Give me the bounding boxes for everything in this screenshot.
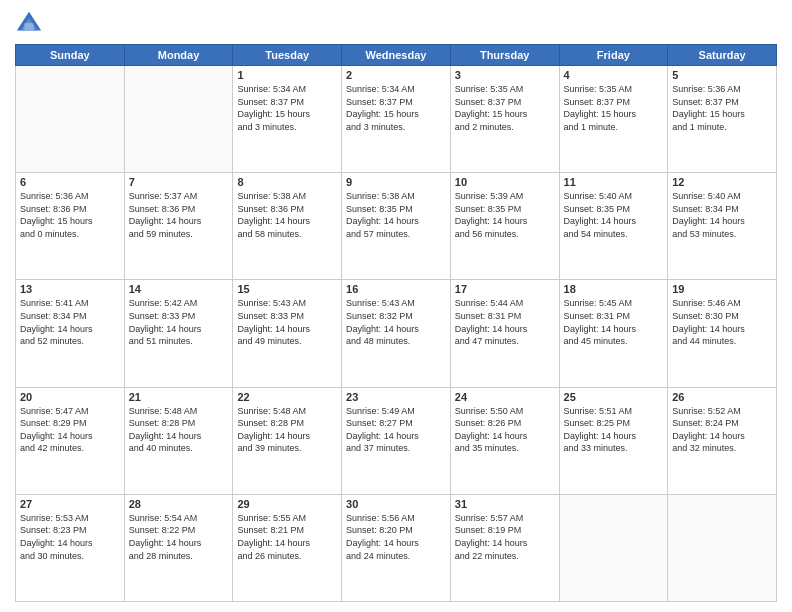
svg-rect-2: [24, 23, 33, 30]
day-info: Sunrise: 5:35 AM Sunset: 8:37 PM Dayligh…: [564, 83, 664, 133]
day-number: 22: [237, 391, 337, 403]
day-number: 18: [564, 283, 664, 295]
day-info: Sunrise: 5:38 AM Sunset: 8:35 PM Dayligh…: [346, 190, 446, 240]
calendar-cell: 29Sunrise: 5:55 AM Sunset: 8:21 PM Dayli…: [233, 494, 342, 601]
weekday-header: Tuesday: [233, 45, 342, 66]
day-info: Sunrise: 5:55 AM Sunset: 8:21 PM Dayligh…: [237, 512, 337, 562]
calendar-cell: 25Sunrise: 5:51 AM Sunset: 8:25 PM Dayli…: [559, 387, 668, 494]
day-info: Sunrise: 5:47 AM Sunset: 8:29 PM Dayligh…: [20, 405, 120, 455]
page: SundayMondayTuesdayWednesdayThursdayFrid…: [0, 0, 792, 612]
calendar-cell: 14Sunrise: 5:42 AM Sunset: 8:33 PM Dayli…: [124, 280, 233, 387]
calendar-cell: [124, 66, 233, 173]
day-number: 11: [564, 176, 664, 188]
calendar-cell: 16Sunrise: 5:43 AM Sunset: 8:32 PM Dayli…: [342, 280, 451, 387]
day-info: Sunrise: 5:44 AM Sunset: 8:31 PM Dayligh…: [455, 297, 555, 347]
day-info: Sunrise: 5:48 AM Sunset: 8:28 PM Dayligh…: [237, 405, 337, 455]
day-number: 17: [455, 283, 555, 295]
weekday-header: Monday: [124, 45, 233, 66]
logo: [15, 10, 47, 38]
calendar-week-row: 13Sunrise: 5:41 AM Sunset: 8:34 PM Dayli…: [16, 280, 777, 387]
day-info: Sunrise: 5:46 AM Sunset: 8:30 PM Dayligh…: [672, 297, 772, 347]
day-info: Sunrise: 5:40 AM Sunset: 8:34 PM Dayligh…: [672, 190, 772, 240]
day-number: 24: [455, 391, 555, 403]
calendar-cell: 2Sunrise: 5:34 AM Sunset: 8:37 PM Daylig…: [342, 66, 451, 173]
day-info: Sunrise: 5:34 AM Sunset: 8:37 PM Dayligh…: [237, 83, 337, 133]
day-info: Sunrise: 5:49 AM Sunset: 8:27 PM Dayligh…: [346, 405, 446, 455]
day-info: Sunrise: 5:39 AM Sunset: 8:35 PM Dayligh…: [455, 190, 555, 240]
calendar-cell: 4Sunrise: 5:35 AM Sunset: 8:37 PM Daylig…: [559, 66, 668, 173]
weekday-header: Saturday: [668, 45, 777, 66]
calendar-week-row: 6Sunrise: 5:36 AM Sunset: 8:36 PM Daylig…: [16, 173, 777, 280]
header: [15, 10, 777, 38]
calendar-week-row: 20Sunrise: 5:47 AM Sunset: 8:29 PM Dayli…: [16, 387, 777, 494]
weekday-header: Wednesday: [342, 45, 451, 66]
calendar-cell: 17Sunrise: 5:44 AM Sunset: 8:31 PM Dayli…: [450, 280, 559, 387]
calendar-cell: 5Sunrise: 5:36 AM Sunset: 8:37 PM Daylig…: [668, 66, 777, 173]
day-info: Sunrise: 5:54 AM Sunset: 8:22 PM Dayligh…: [129, 512, 229, 562]
day-number: 30: [346, 498, 446, 510]
day-number: 31: [455, 498, 555, 510]
calendar-cell: 10Sunrise: 5:39 AM Sunset: 8:35 PM Dayli…: [450, 173, 559, 280]
calendar-cell: 13Sunrise: 5:41 AM Sunset: 8:34 PM Dayli…: [16, 280, 125, 387]
day-info: Sunrise: 5:34 AM Sunset: 8:37 PM Dayligh…: [346, 83, 446, 133]
weekday-header-row: SundayMondayTuesdayWednesdayThursdayFrid…: [16, 45, 777, 66]
calendar-cell: 23Sunrise: 5:49 AM Sunset: 8:27 PM Dayli…: [342, 387, 451, 494]
calendar-cell: [559, 494, 668, 601]
calendar-cell: 15Sunrise: 5:43 AM Sunset: 8:33 PM Dayli…: [233, 280, 342, 387]
day-info: Sunrise: 5:56 AM Sunset: 8:20 PM Dayligh…: [346, 512, 446, 562]
day-number: 4: [564, 69, 664, 81]
day-number: 8: [237, 176, 337, 188]
day-number: 3: [455, 69, 555, 81]
day-number: 15: [237, 283, 337, 295]
day-info: Sunrise: 5:51 AM Sunset: 8:25 PM Dayligh…: [564, 405, 664, 455]
day-info: Sunrise: 5:48 AM Sunset: 8:28 PM Dayligh…: [129, 405, 229, 455]
calendar-cell: 8Sunrise: 5:38 AM Sunset: 8:36 PM Daylig…: [233, 173, 342, 280]
day-info: Sunrise: 5:36 AM Sunset: 8:36 PM Dayligh…: [20, 190, 120, 240]
calendar-cell: 26Sunrise: 5:52 AM Sunset: 8:24 PM Dayli…: [668, 387, 777, 494]
day-number: 16: [346, 283, 446, 295]
day-info: Sunrise: 5:57 AM Sunset: 8:19 PM Dayligh…: [455, 512, 555, 562]
day-number: 2: [346, 69, 446, 81]
calendar-cell: 20Sunrise: 5:47 AM Sunset: 8:29 PM Dayli…: [16, 387, 125, 494]
calendar-cell: 1Sunrise: 5:34 AM Sunset: 8:37 PM Daylig…: [233, 66, 342, 173]
calendar-cell: 7Sunrise: 5:37 AM Sunset: 8:36 PM Daylig…: [124, 173, 233, 280]
calendar-cell: 24Sunrise: 5:50 AM Sunset: 8:26 PM Dayli…: [450, 387, 559, 494]
day-number: 29: [237, 498, 337, 510]
day-info: Sunrise: 5:45 AM Sunset: 8:31 PM Dayligh…: [564, 297, 664, 347]
day-info: Sunrise: 5:37 AM Sunset: 8:36 PM Dayligh…: [129, 190, 229, 240]
day-number: 26: [672, 391, 772, 403]
weekday-header: Sunday: [16, 45, 125, 66]
calendar-cell: 21Sunrise: 5:48 AM Sunset: 8:28 PM Dayli…: [124, 387, 233, 494]
weekday-header: Friday: [559, 45, 668, 66]
day-number: 7: [129, 176, 229, 188]
day-info: Sunrise: 5:43 AM Sunset: 8:33 PM Dayligh…: [237, 297, 337, 347]
day-number: 13: [20, 283, 120, 295]
weekday-header: Thursday: [450, 45, 559, 66]
calendar-week-row: 27Sunrise: 5:53 AM Sunset: 8:23 PM Dayli…: [16, 494, 777, 601]
day-number: 1: [237, 69, 337, 81]
calendar-cell: 3Sunrise: 5:35 AM Sunset: 8:37 PM Daylig…: [450, 66, 559, 173]
day-number: 23: [346, 391, 446, 403]
day-info: Sunrise: 5:53 AM Sunset: 8:23 PM Dayligh…: [20, 512, 120, 562]
day-number: 28: [129, 498, 229, 510]
day-number: 14: [129, 283, 229, 295]
calendar-cell: 19Sunrise: 5:46 AM Sunset: 8:30 PM Dayli…: [668, 280, 777, 387]
calendar-cell: 9Sunrise: 5:38 AM Sunset: 8:35 PM Daylig…: [342, 173, 451, 280]
day-info: Sunrise: 5:38 AM Sunset: 8:36 PM Dayligh…: [237, 190, 337, 240]
day-number: 6: [20, 176, 120, 188]
day-info: Sunrise: 5:50 AM Sunset: 8:26 PM Dayligh…: [455, 405, 555, 455]
calendar-cell: 6Sunrise: 5:36 AM Sunset: 8:36 PM Daylig…: [16, 173, 125, 280]
calendar-cell: 28Sunrise: 5:54 AM Sunset: 8:22 PM Dayli…: [124, 494, 233, 601]
day-info: Sunrise: 5:52 AM Sunset: 8:24 PM Dayligh…: [672, 405, 772, 455]
calendar-cell: 11Sunrise: 5:40 AM Sunset: 8:35 PM Dayli…: [559, 173, 668, 280]
calendar-cell: 31Sunrise: 5:57 AM Sunset: 8:19 PM Dayli…: [450, 494, 559, 601]
day-number: 12: [672, 176, 772, 188]
calendar-cell: 18Sunrise: 5:45 AM Sunset: 8:31 PM Dayli…: [559, 280, 668, 387]
calendar-cell: 12Sunrise: 5:40 AM Sunset: 8:34 PM Dayli…: [668, 173, 777, 280]
day-info: Sunrise: 5:35 AM Sunset: 8:37 PM Dayligh…: [455, 83, 555, 133]
calendar-week-row: 1Sunrise: 5:34 AM Sunset: 8:37 PM Daylig…: [16, 66, 777, 173]
logo-icon: [15, 10, 43, 38]
calendar-cell: [16, 66, 125, 173]
calendar-cell: [668, 494, 777, 601]
day-number: 5: [672, 69, 772, 81]
